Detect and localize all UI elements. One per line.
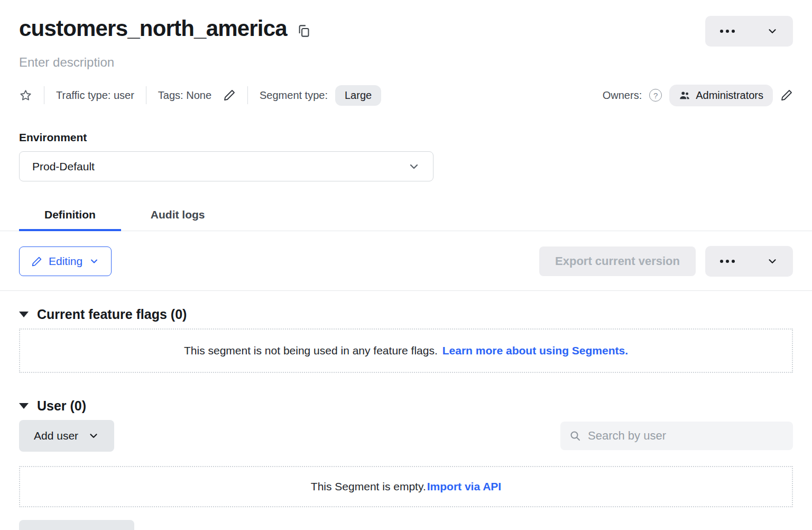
user-empty-text: This Segment is empty. bbox=[311, 480, 426, 493]
chevron-down-icon bbox=[88, 430, 99, 442]
people-icon bbox=[679, 89, 690, 101]
chevron-down-icon bbox=[408, 160, 420, 173]
tags-label: Tags: None bbox=[158, 89, 211, 102]
environment-selected-value: Prod-Default bbox=[32, 160, 95, 173]
header-actions-button-group bbox=[705, 16, 793, 47]
environment-select[interactable]: Prod-Default bbox=[19, 151, 433, 181]
user-search-box bbox=[560, 422, 793, 450]
feature-flags-title: Current feature flags (0) bbox=[37, 307, 187, 322]
meta-row: Traffic type: user Tags: None Segment ty… bbox=[19, 84, 793, 107]
learn-more-link[interactable]: Learn more about using Segments. bbox=[442, 344, 628, 357]
editing-label: Editing bbox=[49, 255, 82, 268]
feature-flags-section-header[interactable]: Current feature flags (0) bbox=[19, 307, 793, 322]
more-options-icon[interactable] bbox=[720, 260, 735, 263]
disclosure-triangle-icon bbox=[19, 312, 29, 317]
segment-type-badge: Large bbox=[335, 85, 381, 106]
chevron-down-icon bbox=[89, 256, 99, 267]
help-circle-icon[interactable]: ? bbox=[649, 89, 662, 102]
divider bbox=[0, 290, 812, 291]
toolbar-actions-button-group bbox=[705, 246, 793, 277]
divider bbox=[247, 86, 248, 104]
search-icon bbox=[569, 430, 582, 442]
user-empty-state: This Segment is empty. Import via API bbox=[19, 466, 793, 507]
owners-badge[interactable]: Administrators bbox=[669, 85, 773, 106]
owners-group: Owners: ? Administrators bbox=[603, 85, 793, 106]
environment-label: Environment bbox=[19, 131, 793, 144]
add-user-button[interactable]: Add user bbox=[19, 420, 114, 452]
export-current-version-button[interactable]: Export current version bbox=[539, 246, 696, 276]
feature-flags-section: Current feature flags (0) This segment i… bbox=[19, 307, 793, 373]
disclosure-triangle-icon bbox=[19, 403, 29, 409]
chevron-down-icon[interactable] bbox=[767, 25, 778, 37]
description-placeholder[interactable]: Enter description bbox=[19, 55, 793, 70]
copy-icon[interactable] bbox=[297, 24, 311, 38]
tabs-bar: Definition Audit logs bbox=[0, 200, 812, 231]
page-header: customers_north_america bbox=[0, 0, 812, 47]
clipped-bottom-element bbox=[19, 520, 134, 530]
tab-audit-logs[interactable]: Audit logs bbox=[125, 200, 230, 231]
chevron-down-icon[interactable] bbox=[767, 255, 778, 267]
edit-owners-pencil-icon[interactable] bbox=[780, 89, 793, 102]
pencil-icon bbox=[31, 256, 42, 267]
editing-mode-button[interactable]: Editing bbox=[19, 246, 112, 276]
user-controls-row: Add user bbox=[19, 420, 793, 452]
traffic-type-label: Traffic type: user bbox=[56, 89, 134, 102]
owners-label: Owners: bbox=[603, 89, 642, 102]
tab-definition[interactable]: Definition bbox=[19, 200, 121, 231]
toolbar: Editing Export current version bbox=[19, 246, 793, 277]
user-section-title: User (0) bbox=[37, 398, 86, 414]
divider bbox=[44, 86, 44, 104]
feature-flags-empty-text: This segment is not being used in any fe… bbox=[184, 344, 438, 357]
owners-value: Administrators bbox=[696, 89, 763, 102]
segment-type-label: Segment type: bbox=[260, 89, 328, 102]
user-section: User (0) Add user This Segment is bbox=[19, 398, 793, 530]
more-options-icon[interactable] bbox=[720, 30, 735, 33]
edit-tags-pencil-icon[interactable] bbox=[223, 89, 236, 102]
feature-flags-empty-state: This segment is not being used in any fe… bbox=[19, 328, 793, 373]
favorite-star-icon[interactable] bbox=[19, 89, 32, 102]
page-title: customers_north_america bbox=[19, 16, 287, 41]
divider bbox=[146, 86, 146, 104]
search-by-user-input[interactable] bbox=[587, 428, 785, 443]
user-section-header[interactable]: User (0) bbox=[19, 398, 793, 414]
add-user-label: Add user bbox=[34, 430, 78, 442]
import-via-api-link[interactable]: Import via API bbox=[427, 480, 501, 493]
